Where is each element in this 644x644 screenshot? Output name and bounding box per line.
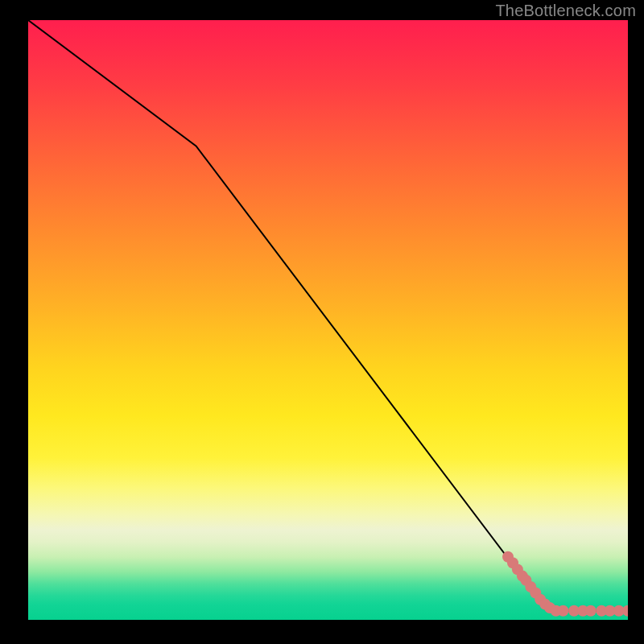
chart-overlay bbox=[28, 20, 628, 620]
plot-area bbox=[28, 20, 628, 620]
scatter-point bbox=[558, 605, 569, 617]
scatter-point bbox=[622, 605, 628, 617]
watermark-text: TheBottleneck.com bbox=[495, 2, 636, 20]
main-curve bbox=[28, 20, 628, 611]
scatter-point bbox=[585, 605, 597, 617]
chart-stage: TheBottleneck.com bbox=[0, 0, 644, 644]
scatter-points bbox=[502, 551, 628, 617]
